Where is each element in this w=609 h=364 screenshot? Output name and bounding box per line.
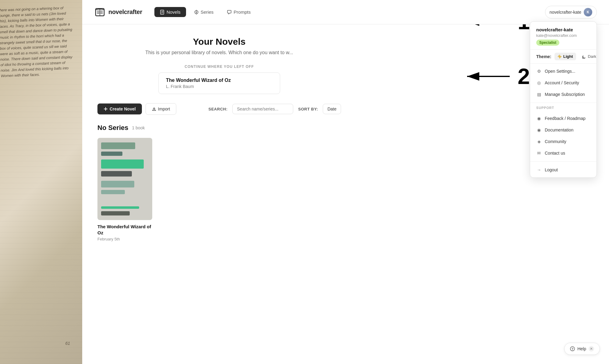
manage-subscription-label: Manage Subscription [545, 92, 585, 97]
svg-line-23 [558, 55, 559, 56]
mail-icon: ✉ [536, 150, 542, 156]
continue-novel-title: The Wonderful Wizard of Oz [166, 78, 231, 83]
novel-title: The Wonderful Wizard of Oz [97, 224, 152, 236]
feedback-icon: ◉ [536, 116, 542, 121]
help-label: Help [577, 346, 586, 351]
sort-button[interactable]: Date [323, 104, 341, 114]
account-icon: ◎ [536, 80, 542, 86]
divider-1 [530, 103, 597, 103]
theme-light-label: Light [563, 54, 573, 59]
help-close-icon[interactable]: ✕ [589, 346, 594, 352]
user-avatar: K [584, 8, 592, 16]
page-number: 61 [65, 341, 70, 346]
open-settings-item[interactable]: ⚙ Open Settings... [530, 65, 597, 77]
dropdown-badge: Specialist [536, 40, 559, 46]
nav-novels-label: Novels [167, 9, 181, 15]
import-button[interactable]: Import [146, 103, 177, 115]
import-label: Import [158, 107, 170, 111]
divider-2 [530, 161, 597, 162]
logo-icon [94, 7, 105, 18]
username-display: novelcrafter-kate [550, 10, 581, 15]
plus-icon [104, 107, 108, 111]
page-title: Your Novels [97, 37, 341, 47]
documentation-icon: ◉ [536, 127, 542, 133]
feedback-roadmap-label: Feedback / Roadmap [545, 116, 586, 121]
theme-dark-label: Dark [588, 54, 596, 59]
open-settings-label: Open Settings... [545, 69, 575, 74]
manage-subscription-item[interactable]: ▤ Manage Subscription [530, 89, 597, 100]
theme-row: Theme: Light Dark [530, 49, 597, 64]
sun-icon [558, 54, 562, 59]
theme-label: Theme: [536, 54, 551, 59]
toolbar: Create Novel Import SEARCH: SORT BY: Dat… [97, 103, 341, 115]
search-sort-area: SEARCH: SORT BY: Date [209, 104, 341, 114]
page-subtitle: This is your personal library of novels.… [97, 50, 341, 55]
arrow-2-svg [464, 69, 513, 84]
subscription-icon: ▤ [536, 92, 542, 97]
account-security-label: Account / Security [545, 80, 579, 85]
nav-prompts-label: Prompts [234, 9, 251, 15]
create-novel-button[interactable]: Create Novel [97, 103, 142, 114]
main-area: novelcrafter Novels Series [82, 0, 609, 364]
svg-text:?: ? [572, 348, 573, 351]
settings-icon: ⚙ [536, 68, 542, 74]
arrow-annotation-2: 2 [464, 64, 530, 89]
continue-section: CONTINUE WHERE YOU LEFT OFF The Wonderfu… [97, 65, 341, 94]
novel-cover [97, 138, 152, 220]
settings-section: ⚙ Open Settings... ◎ Account / Security … [530, 64, 597, 102]
theme-dark-button[interactable]: Dark [579, 53, 597, 60]
svg-line-24 [560, 57, 561, 58]
help-button[interactable]: ? Help ✕ [564, 343, 600, 355]
nav-prompts[interactable]: Prompts [221, 7, 256, 17]
community-item[interactable]: ◈ Community [530, 136, 597, 147]
support-section-label: SUPPORT [530, 103, 597, 111]
novels-grid: The Wonderful Wizard of Oz February 5th [97, 138, 341, 241]
search-input[interactable] [232, 104, 293, 114]
continue-novel-author: L. Frank Baum [166, 84, 194, 89]
help-icon: ? [570, 346, 575, 351]
header-right: novelcrafter-kate K [545, 6, 597, 19]
page-content: Your Novels This is your personal librar… [82, 24, 356, 254]
logo-text: novelcrafter [108, 9, 142, 16]
user-menu-button[interactable]: novelcrafter-kate K [545, 6, 597, 19]
logout-section: → Logout [530, 162, 597, 177]
dropdown-username: novelcrafter-kate [536, 27, 590, 32]
sort-label: SORT BY: [298, 107, 318, 111]
moon-icon [582, 54, 586, 59]
logout-icon: → [536, 167, 542, 173]
logo-area[interactable]: novelcrafter [94, 7, 142, 18]
contact-us-item[interactable]: ✉ Contact us [530, 147, 597, 159]
number-2: 2 [518, 64, 530, 89]
novel-date: February 5th [97, 237, 152, 241]
logout-item[interactable]: → Logout [530, 164, 597, 176]
logout-label: Logout [545, 167, 558, 172]
support-section: ◉ Feedback / Roadmap ◉ Documentation ◈ C… [530, 111, 597, 161]
svg-point-13 [196, 12, 197, 13]
community-label: Community [545, 139, 566, 144]
series-title: No Series [97, 124, 128, 132]
series-header: No Series 1 book [97, 124, 341, 132]
contact-us-label: Contact us [545, 151, 565, 156]
nav-series[interactable]: Series [188, 7, 219, 17]
series-nav-icon [194, 10, 199, 15]
novel-card[interactable]: The Wonderful Wizard of Oz February 5th [97, 138, 152, 241]
nav-series-label: Series [201, 9, 214, 15]
user-dropdown: novelcrafter-kate kate@novelcrafter.com … [530, 21, 597, 178]
search-label: SEARCH: [209, 107, 228, 111]
nav-novels[interactable]: Novels [154, 7, 186, 17]
navbar: novelcrafter Novels Series [82, 0, 609, 24]
documentation-label: Documentation [545, 128, 573, 132]
community-icon: ◈ [536, 139, 542, 144]
continue-card[interactable]: The Wonderful Wizard of Oz L. Frank Baum [158, 72, 280, 94]
dropdown-header: novelcrafter-kate kate@novelcrafter.com … [530, 22, 597, 49]
documentation-item[interactable]: ◉ Documentation [530, 124, 597, 136]
nav-links: Novels Series Prompts [154, 7, 545, 17]
prompts-nav-icon [227, 10, 232, 15]
create-novel-label: Create Novel [110, 107, 136, 111]
book-background: there was not going on a whirring box of… [0, 0, 82, 364]
theme-light-button[interactable]: Light [554, 53, 576, 60]
book-text: there was not going on a whirring box of… [0, 0, 82, 364]
feedback-roadmap-item[interactable]: ◉ Feedback / Roadmap [530, 113, 597, 124]
import-icon [152, 107, 156, 111]
account-security-item[interactable]: ◎ Account / Security [530, 77, 597, 89]
